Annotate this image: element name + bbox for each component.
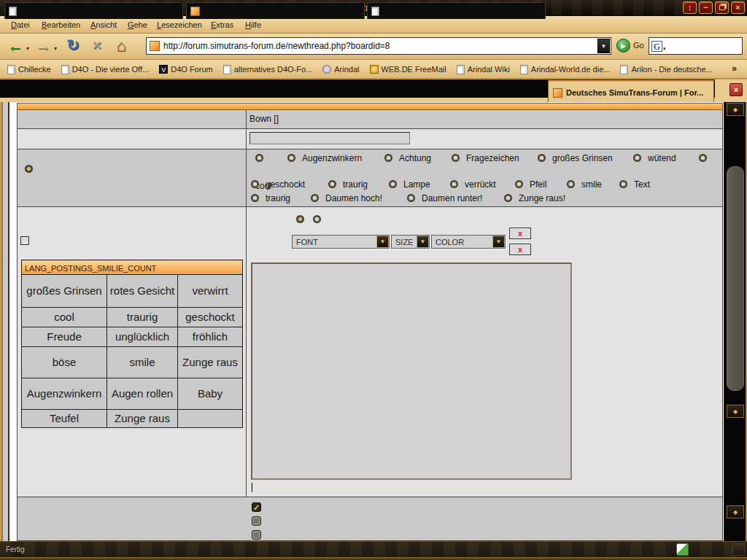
smilie-cell[interactable]: unglücklich xyxy=(107,327,178,347)
icon-radio-cool[interactable] xyxy=(699,153,713,163)
smilie-cell[interactable]: Freude xyxy=(22,327,107,347)
bookmark-arindal-wiki[interactable]: Arindal Wiki xyxy=(457,65,510,74)
icon-radio-traurig2[interactable]: traurig xyxy=(251,193,290,203)
size-select[interactable]: SIZE ▼ xyxy=(391,235,430,249)
menu-datei[interactable]: Datei xyxy=(9,19,32,31)
smilie-cell[interactable]: cool xyxy=(22,308,107,327)
tab-2[interactable] xyxy=(186,2,365,19)
maximize-button[interactable] xyxy=(715,1,729,14)
go-label[interactable]: Go xyxy=(633,41,644,50)
icon-radio-verrueckt[interactable]: verrückt xyxy=(450,179,496,189)
icon-radio-achtung[interactable]: Achtung xyxy=(384,153,431,163)
icon-none-radio[interactable] xyxy=(25,165,33,173)
forward-button[interactable]: → xyxy=(34,36,53,55)
editor-mode-radio-2[interactable] xyxy=(313,215,321,223)
icon-radio-daumen-runter[interactable]: Daumen runter! xyxy=(407,193,482,203)
search-engine-dropdown-icon[interactable]: ▾ xyxy=(663,46,666,52)
smilie-cell[interactable]: Baby xyxy=(178,378,243,410)
tab-active-simutrans[interactable]: Deutsches SimuTrans-Forum | For... xyxy=(548,80,714,104)
smilie-cell[interactable]: smile xyxy=(107,347,178,378)
tab-3[interactable] xyxy=(367,2,546,19)
url-history-dropdown-icon[interactable]: ▼ xyxy=(597,39,610,53)
smilie-cell[interactable]: Zunge raus xyxy=(178,347,243,378)
icon-radio-pfeil[interactable]: Pfeil xyxy=(515,179,546,189)
icon-radio[interactable] xyxy=(255,153,270,163)
scroll-down-button[interactable]: ◆ xyxy=(727,405,744,418)
post-option-checkbox-3[interactable] xyxy=(252,530,261,540)
menu-gehe[interactable]: Gehe xyxy=(125,19,150,31)
menu-lesezeichen[interactable]: Lesezeichen xyxy=(155,19,204,31)
minimize-button[interactable]: − xyxy=(699,1,713,14)
bookmark-d4o-forum[interactable]: VD4O Forum xyxy=(159,65,212,74)
menu-ansicht[interactable]: Ansicht xyxy=(88,19,119,31)
smilie-cell[interactable]: Zunge raus xyxy=(107,410,178,428)
icon-radio-text[interactable]: Text xyxy=(619,179,650,189)
search-input[interactable]: G ▾ xyxy=(649,37,743,55)
icon-radio-daumen-hoch[interactable]: Daumen hoch! xyxy=(311,193,382,203)
close-window-button[interactable]: × xyxy=(731,1,745,14)
bookmark-d4o[interactable]: D4O - Die vierte Off... xyxy=(61,65,150,74)
smilie-cell[interactable]: traurig xyxy=(107,308,178,327)
close-tab-button[interactable]: × xyxy=(729,83,743,96)
smilie-cell[interactable]: fröhlich xyxy=(178,327,243,347)
menu-bearbeiten[interactable]: Bearbeiten xyxy=(39,19,82,31)
smilie-cell[interactable]: Teufel xyxy=(22,410,107,428)
menu-hilfe[interactable]: Hilfe xyxy=(243,19,263,31)
vertical-scrollbar[interactable]: ◆ ◆ ◆ xyxy=(724,102,746,541)
url-bar[interactable]: http://forum.simutrans-forum.de/newthrea… xyxy=(146,37,611,55)
scroll-up-button[interactable]: ◆ xyxy=(727,103,744,116)
bookmarks-overflow-chevron[interactable]: » xyxy=(732,63,737,74)
font-select[interactable]: FONT ▼ xyxy=(292,235,390,249)
resize-grip[interactable] xyxy=(732,543,745,556)
remove-format-button-1[interactable]: x xyxy=(509,228,531,239)
bookmark-alternatives-d4o[interactable]: alternatives D4O-Fo... xyxy=(223,65,313,74)
icon-radio-smile[interactable]: smile xyxy=(567,179,602,189)
menu-extras[interactable]: Extras xyxy=(209,19,236,31)
bookmark-arindal[interactable]: Arindal xyxy=(322,65,359,74)
url-text[interactable]: http://forum.simutrans-forum.de/newthrea… xyxy=(163,41,597,51)
reload-button[interactable]: ↻ xyxy=(63,36,83,54)
icon-radio-grosses-grinsen[interactable]: großes Grinsen xyxy=(538,153,613,163)
back-button[interactable]: ← xyxy=(6,36,25,55)
smilie-cell[interactable]: großes Grinsen xyxy=(22,275,107,308)
icon-radio-augenzwinkern[interactable]: Augenzwinkern xyxy=(287,153,362,163)
icon-radio-wuetend[interactable]: wütend xyxy=(633,153,676,163)
smilie-cell[interactable]: Augen rollen xyxy=(107,378,178,410)
extension-icon[interactable] xyxy=(676,543,689,556)
chevron-down-icon[interactable]: ▼ xyxy=(417,236,429,248)
icon-radio-lampe[interactable]: Lampe xyxy=(389,179,430,189)
post-option-checkbox-1[interactable]: ✓ xyxy=(252,502,261,512)
remove-format-button-2[interactable]: x xyxy=(509,244,531,255)
scrollbar-thumb[interactable] xyxy=(727,166,744,391)
option-checkbox[interactable] xyxy=(20,236,29,245)
shade-button[interactable]: ↕ xyxy=(683,1,697,14)
color-select[interactable]: COLOR ▼ xyxy=(431,235,506,249)
post-option-checkbox-2[interactable] xyxy=(252,516,261,526)
chevron-down-icon[interactable]: ▼ xyxy=(376,236,389,248)
stop-button[interactable]: × xyxy=(88,36,107,54)
subject-input[interactable] xyxy=(249,132,410,144)
smilie-cell[interactable]: böse xyxy=(22,347,107,378)
chevron-down-icon[interactable]: ▼ xyxy=(492,236,505,248)
forward-dropdown-icon[interactable]: ▾ xyxy=(54,45,57,52)
icon-radio-fragezeichen[interactable]: Fragezeichen xyxy=(452,153,519,163)
go-button[interactable]: ▶ xyxy=(616,39,630,52)
scroll-end-button[interactable]: ◆ xyxy=(727,505,744,518)
smilie-cell[interactable]: rotes Gesicht xyxy=(107,275,178,308)
smilie-cell[interactable] xyxy=(178,410,243,428)
icon-radio-traurig[interactable]: traurig xyxy=(328,179,368,189)
bookmark-arindal-world[interactable]: Arindal-World.de die... xyxy=(520,65,611,74)
editor-mode-radio-1[interactable] xyxy=(296,215,304,223)
message-textarea[interactable] xyxy=(251,262,572,480)
smilie-cell[interactable]: verwirrt xyxy=(178,275,243,308)
smilie-cell[interactable]: Augenzwinkern xyxy=(22,378,107,410)
back-dropdown-icon[interactable]: ▾ xyxy=(26,45,29,52)
bookmark-arilon[interactable]: Arilon - Die deutsche... xyxy=(620,65,712,74)
smilie-cell[interactable]: geschockt xyxy=(178,308,243,327)
icon-radio-zunge-raus[interactable]: Zunge raus! xyxy=(504,193,565,203)
bookmark-webde[interactable]: WEB.DE FreeMail xyxy=(370,65,446,74)
icon-radio-geschockt[interactable]: geschockt xyxy=(251,179,305,189)
tab-1[interactable] xyxy=(4,2,183,19)
bookmark-chillecke[interactable]: Chillecke xyxy=(7,65,51,74)
home-button[interactable]: ⌂ xyxy=(111,36,131,55)
